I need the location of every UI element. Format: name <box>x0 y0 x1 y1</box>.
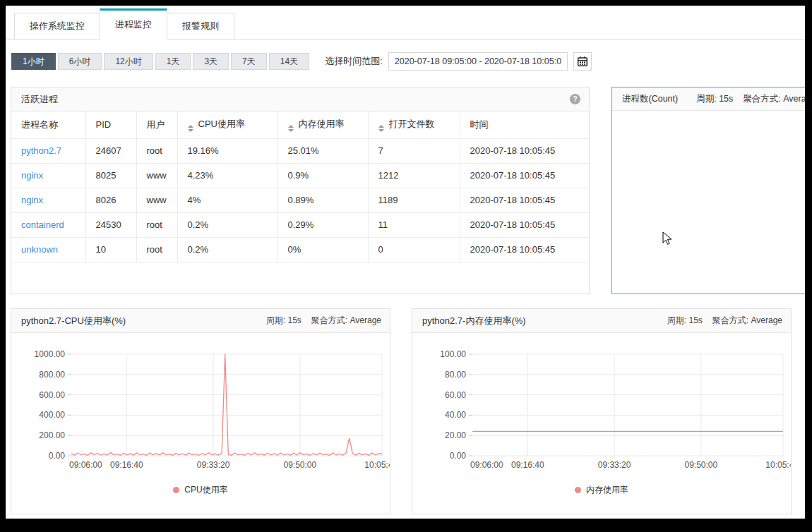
time-button-1h[interactable]: 1小时 <box>11 53 56 70</box>
column-header-time: 时间 <box>460 111 589 138</box>
time-range-button-group: 1小时 6小时 12小时 1天 3天 7天 14天 <box>11 53 309 70</box>
time-toolbar: 1小时 6小时 12小时 1天 3天 7天 14天 选择时间范围: <box>11 52 795 71</box>
active-process-title: 活跃进程 <box>21 93 58 106</box>
legend-dot-icon <box>575 487 581 493</box>
table-header-row: 进程名称 PID 用户 CPU使用率 内存使用率 打开文件数 时间 <box>11 111 589 138</box>
column-header-pid: PID <box>85 111 136 138</box>
time-button-14d[interactable]: 14天 <box>269 53 309 70</box>
cpu-cell: 4% <box>177 188 277 212</box>
sort-icon[interactable] <box>188 125 193 132</box>
process-table: 进程名称 PID 用户 CPU使用率 内存使用率 打开文件数 时间 python… <box>11 111 589 262</box>
user-cell: root <box>136 237 177 262</box>
pid-cell: 10 <box>85 237 136 262</box>
calendar-button[interactable] <box>573 52 592 71</box>
mem-legend-label: 内存使用率 <box>586 484 628 496</box>
files-cell: 1212 <box>368 163 460 188</box>
svg-text:0.00: 0.00 <box>49 451 66 461</box>
user-cell: root <box>136 138 177 163</box>
cpu-chart-aggregation: 聚合方式: Average <box>311 315 381 327</box>
mem-cell: 0.29% <box>277 212 368 237</box>
table-row: nginx 8026 www 4% 0.89% 1189 2020-07-18 … <box>11 188 589 212</box>
time-button-1d[interactable]: 1天 <box>155 53 191 70</box>
app-window: 操作系统监控 进程监控 报警规则 1小时 6小时 12小时 1天 3天 7天 1… <box>6 6 805 519</box>
process-count-panel[interactable]: 进程数(Count) 周期: 15s 聚合方式: Average <box>611 87 805 294</box>
time-range-input[interactable] <box>388 52 568 71</box>
cpu-cell: 0.2% <box>177 237 277 262</box>
svg-text:10:05:45: 10:05:45 <box>765 460 791 470</box>
time-button-6h[interactable]: 6小时 <box>58 53 102 70</box>
process-link[interactable]: nginx <box>11 188 85 212</box>
pid-cell: 24530 <box>85 212 136 237</box>
table-row: containerd 24530 root 0.2% 0.29% 11 2020… <box>11 212 589 237</box>
svg-text:1000.00: 1000.00 <box>35 349 66 359</box>
mem-cell: 0.9% <box>277 163 368 188</box>
active-process-card: 活跃进程 ? 进程名称 PID 用户 CPU使用率 内存使用率 打开文件数 时间 <box>11 87 590 294</box>
svg-text:09:06:00: 09:06:00 <box>470 460 503 470</box>
mem-chart-legend: 内存使用率 <box>412 484 791 496</box>
tab-os-monitor[interactable]: 操作系统监控 <box>14 13 100 40</box>
svg-text:09:16:40: 09:16:40 <box>110 460 143 470</box>
svg-text:09:06:00: 09:06:00 <box>69 460 102 470</box>
mem-chart-title: python2.7-内存使用率(%) <box>422 315 526 327</box>
time-button-7d[interactable]: 7天 <box>231 53 267 70</box>
time-cell: 2020-07-18 10:05:45 <box>460 212 589 237</box>
column-header-process-name: 进程名称 <box>11 111 85 138</box>
mouse-cursor-icon <box>662 231 673 246</box>
time-cell: 2020-07-18 10:05:45 <box>460 188 589 212</box>
cpu-chart-header: python2.7-CPU使用率(%) 周期: 15s 聚合方式: Averag… <box>11 309 390 333</box>
user-cell: www <box>136 163 177 188</box>
cpu-cell: 4.23% <box>177 163 277 188</box>
time-button-3d[interactable]: 3天 <box>193 53 229 70</box>
svg-text:60.00: 60.00 <box>445 390 466 400</box>
mem-line-chart: 0.0020.0040.0060.0080.00100.0009:06:0009… <box>412 339 791 474</box>
process-link[interactable]: nginx <box>11 163 85 188</box>
user-cell: root <box>136 212 177 237</box>
time-button-12h[interactable]: 12小时 <box>104 53 153 70</box>
time-cell: 2020-07-18 10:05:45 <box>460 138 589 163</box>
mem-cell: 25.01% <box>277 138 368 163</box>
cpu-cell: 19.16% <box>177 138 277 163</box>
svg-text:20.00: 20.00 <box>445 430 466 440</box>
sort-icon[interactable] <box>288 125 294 132</box>
column-header-cpu-sortable[interactable]: CPU使用率 <box>177 111 277 138</box>
process-count-header: 进程数(Count) 周期: 15s 聚合方式: Average <box>612 87 805 111</box>
cpu-cell: 0.2% <box>177 212 277 237</box>
svg-text:80.00: 80.00 <box>445 370 466 380</box>
time-cell: 2020-07-18 10:05:45 <box>460 163 589 188</box>
cpu-chart-title: python2.7-CPU使用率(%) <box>21 315 126 327</box>
tab-process-monitor[interactable]: 进程监控 <box>100 8 167 40</box>
svg-text:400.00: 400.00 <box>39 410 65 420</box>
column-header-user: 用户 <box>136 111 177 138</box>
svg-text:600.00: 600.00 <box>39 390 65 400</box>
svg-text:100.00: 100.00 <box>440 349 466 359</box>
files-cell: 7 <box>368 138 460 163</box>
process-link[interactable]: containerd <box>11 212 85 237</box>
mem-chart-header: python2.7-内存使用率(%) 周期: 15s 聚合方式: Average <box>412 309 791 333</box>
process-count-aggregation: 聚合方式: Average <box>743 93 805 105</box>
mem-cell: 0% <box>277 237 368 262</box>
sort-icon[interactable] <box>378 125 384 132</box>
time-cell: 2020-07-18 10:05:45 <box>460 237 589 262</box>
help-icon[interactable]: ? <box>570 94 580 104</box>
tab-bar: 操作系统监控 进程监控 报警规则 <box>6 6 805 40</box>
files-cell: 11 <box>368 212 460 237</box>
time-range-label: 选择时间范围: <box>325 55 383 68</box>
calendar-icon <box>577 56 588 67</box>
column-header-files-sortable[interactable]: 打开文件数 <box>368 111 460 138</box>
table-row: python2.7 24607 root 19.16% 25.01% 7 202… <box>11 138 589 163</box>
files-cell: 1189 <box>368 188 460 212</box>
svg-text:09:33:20: 09:33:20 <box>598 460 631 470</box>
svg-text:09:50:00: 09:50:00 <box>684 460 717 470</box>
table-row: nginx 8025 www 4.23% 0.9% 1212 2020-07-1… <box>11 163 589 188</box>
process-link[interactable]: python2.7 <box>11 138 85 163</box>
column-header-mem-sortable[interactable]: 内存使用率 <box>277 111 368 138</box>
tab-alarm-rules[interactable]: 报警规则 <box>167 13 234 40</box>
user-cell: www <box>136 188 177 212</box>
pid-cell: 24607 <box>85 138 136 163</box>
legend-dot-icon <box>173 487 179 493</box>
cpu-legend-label: CPU使用率 <box>184 484 227 496</box>
svg-text:10:05:45: 10:05:45 <box>364 460 390 470</box>
svg-text:200.00: 200.00 <box>39 430 65 440</box>
process-link[interactable]: unknown <box>11 237 85 262</box>
mem-cell: 0.89% <box>277 188 368 212</box>
